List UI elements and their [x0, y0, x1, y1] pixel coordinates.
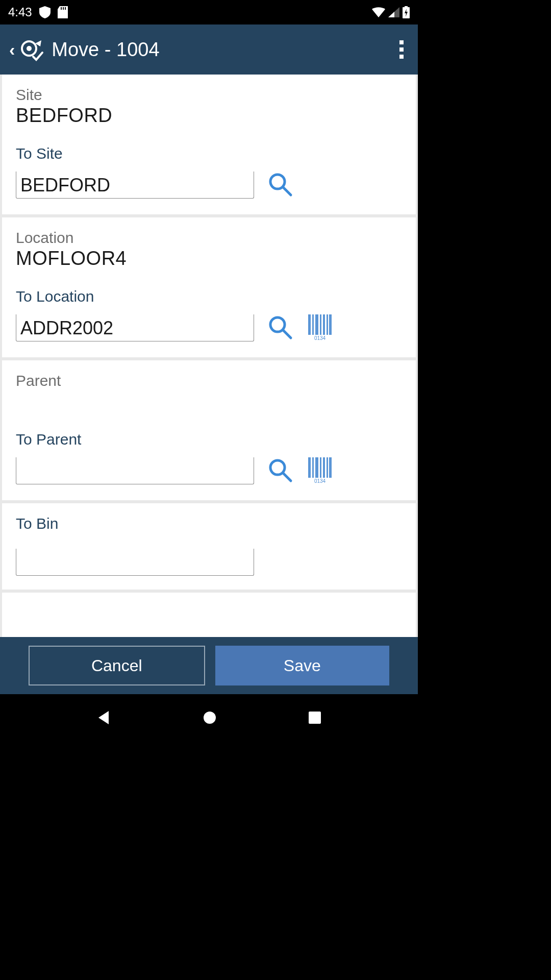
to-location-barcode-button[interactable]: 0134 [306, 312, 334, 344]
svg-rect-1 [63, 7, 64, 10]
shield-icon [39, 6, 51, 18]
svg-rect-20 [308, 457, 311, 478]
section-location: Location MOFLOOR4 To Location [2, 217, 416, 357]
to-location-search-button[interactable] [265, 312, 295, 344]
svg-line-10 [283, 330, 291, 338]
to-parent-input[interactable] [16, 457, 254, 484]
svg-rect-0 [61, 7, 62, 10]
battery-charging-icon [403, 6, 410, 18]
svg-point-28 [204, 712, 216, 724]
svg-rect-25 [327, 457, 328, 478]
to-location-input[interactable] [16, 314, 254, 341]
app-header: ‹ Move - 1004 [0, 24, 418, 75]
barcode-icon: 0134 [308, 314, 332, 341]
svg-rect-29 [309, 712, 321, 724]
page-title: Move - 1004 [52, 39, 394, 61]
location-value: MOFLOOR4 [16, 248, 402, 270]
button-bar: Cancel Save [0, 637, 418, 694]
to-site-input[interactable] [16, 172, 254, 199]
form-content: Site BEDFORD To Site Location MOFLOOR4 T… [0, 75, 418, 637]
svg-rect-24 [323, 457, 325, 478]
svg-rect-11 [308, 314, 311, 335]
svg-rect-13 [315, 314, 318, 335]
blank-filler [2, 593, 416, 637]
svg-rect-14 [320, 314, 321, 335]
section-parent: Parent To Parent [2, 360, 416, 500]
sd-card-icon [58, 6, 68, 18]
app-logo-icon [18, 37, 44, 62]
svg-rect-16 [327, 314, 328, 335]
status-time: 4:43 [8, 5, 32, 19]
system-nav-bar [0, 694, 418, 743]
parent-value [16, 390, 402, 412]
svg-line-19 [283, 473, 291, 481]
to-parent-barcode-button[interactable]: 0134 [306, 455, 334, 486]
svg-rect-12 [312, 314, 314, 335]
svg-rect-15 [323, 314, 325, 335]
search-icon [267, 172, 293, 199]
overflow-menu-button[interactable] [394, 35, 409, 64]
site-label: Site [16, 86, 402, 104]
save-button[interactable]: Save [215, 646, 390, 685]
svg-line-8 [283, 187, 291, 195]
search-icon [267, 314, 293, 341]
location-label: Location [16, 229, 402, 247]
barcode-icon: 0134 [308, 457, 332, 484]
parent-label: Parent [16, 372, 402, 389]
svg-rect-23 [320, 457, 321, 478]
section-bin: To Bin [2, 503, 416, 590]
cancel-button[interactable]: Cancel [29, 646, 205, 685]
site-value: BEDFORD [16, 105, 402, 127]
svg-rect-21 [312, 457, 314, 478]
status-bar: 4:43 [0, 0, 418, 24]
svg-point-6 [27, 46, 32, 51]
to-bin-label: To Bin [16, 515, 402, 532]
cell-signal-icon [388, 7, 399, 17]
to-site-label: To Site [16, 145, 402, 162]
nav-home-icon[interactable] [203, 710, 217, 727]
barcode-caption: 0134 [314, 335, 326, 340]
status-right [372, 6, 410, 18]
to-parent-search-button[interactable] [265, 455, 295, 486]
to-site-search-button[interactable] [265, 169, 295, 201]
search-icon [267, 457, 293, 484]
svg-rect-26 [329, 457, 332, 478]
status-left: 4:43 [8, 5, 68, 19]
to-location-label: To Location [16, 288, 402, 305]
section-site: Site BEDFORD To Site [2, 75, 416, 214]
svg-rect-17 [329, 314, 332, 335]
to-parent-label: To Parent [16, 431, 402, 448]
to-bin-input[interactable] [16, 549, 254, 576]
nav-recent-icon[interactable] [308, 711, 321, 726]
svg-rect-22 [315, 457, 318, 478]
wifi-icon [372, 7, 385, 17]
svg-rect-4 [405, 6, 408, 8]
nav-back-icon[interactable] [96, 710, 112, 727]
svg-text:0134: 0134 [314, 478, 326, 483]
back-button[interactable]: ‹ [9, 40, 15, 60]
svg-rect-2 [65, 7, 66, 10]
